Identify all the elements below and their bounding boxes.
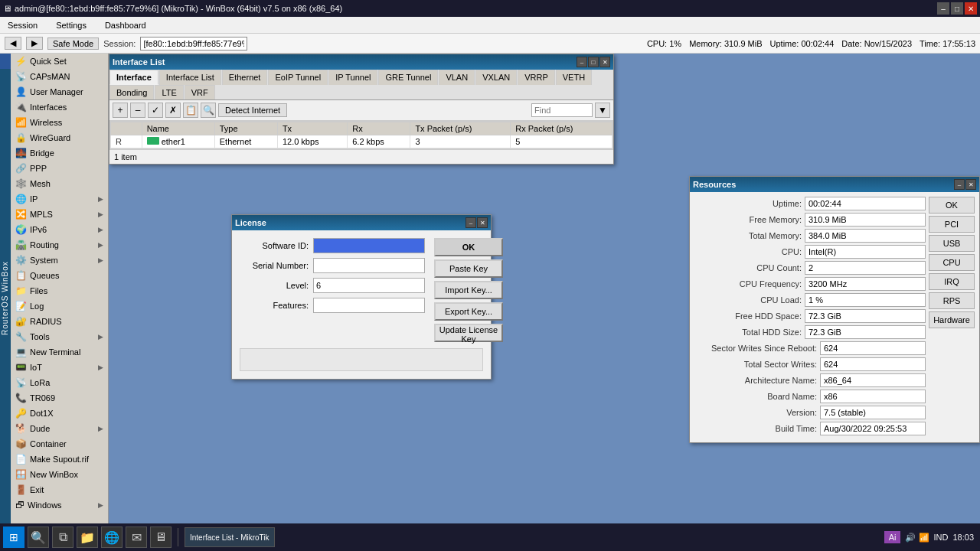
detect-internet-button[interactable]: Detect Internet [218,103,287,117]
sidebar-item-quick-set[interactable]: ⚡ Quick Set [11,54,108,69]
tab-ip-tunnel[interactable]: IP Tunnel [328,70,377,85]
sidebar-item-system[interactable]: ⚙️ System ▶ [11,253,108,268]
copy-button[interactable]: 📋 [183,103,198,118]
close-button[interactable]: ✕ [965,2,977,15]
usb-button[interactable]: USB [929,235,975,252]
license-close[interactable]: ✕ [477,217,488,228]
winbox-taskbar-button[interactable]: 🖥 [150,527,172,548]
sidebar-item-ppp[interactable]: 🔗 PPP [11,161,108,176]
sidebar-item-new-winbox[interactable]: 🪟 New WinBox [11,467,108,482]
cpu-button[interactable]: CPU [929,254,975,271]
sidebar-item-make-supout[interactable]: 📄 Make Supout.rif [11,452,108,467]
sidebar-item-lora[interactable]: 📡 LoRa [11,375,108,390]
tab-vxlan[interactable]: VXLAN [475,70,517,85]
menu-dashboard[interactable]: Dashboard [100,19,151,31]
back-button[interactable]: ◀ [5,37,21,50]
sidebar-item-ip[interactable]: 🌐 IP ▶ [11,191,108,207]
interface-list-minimize[interactable]: – [577,57,587,67]
filter-button[interactable]: 🔍 [201,103,216,118]
sidebar-item-dot1x[interactable]: 🔑 Dot1X [11,406,108,421]
irq-button[interactable]: IRQ [929,273,975,290]
menu-settings[interactable]: Settings [51,19,91,31]
software-id-input[interactable] [313,238,425,253]
sidebar-item-dude[interactable]: 🐕 Dude ▶ [11,421,108,436]
import-key-button[interactable]: Import Key... [434,281,503,299]
edit-button[interactable]: ✓ [148,103,163,118]
search-taskbar-button[interactable]: 🔍 [28,527,49,548]
browser-button[interactable]: 🌐 [101,527,122,548]
update-license-key-button[interactable]: Update License Key [434,324,503,342]
sidebar-item-bridge[interactable]: 🌉 Bridge [11,145,108,161]
level-input[interactable] [313,278,425,293]
mail-button[interactable]: ✉ [126,527,147,548]
search-input[interactable] [531,103,593,117]
file-explorer-button[interactable]: 📁 [77,527,98,548]
sidebar-item-mesh[interactable]: 🕸️ Mesh [11,176,108,191]
sidebar-item-files[interactable]: 📁 Files [11,283,108,298]
rps-button[interactable]: RPS [929,292,975,309]
search-dropdown-button[interactable]: ▼ [595,103,610,118]
tab-vrrp[interactable]: VRRP [518,70,555,85]
sidebar-item-mpls[interactable]: 🔀 MPLS ▶ [11,207,108,222]
sidebar-item-radius[interactable]: 🔐 RADIUS [11,314,108,329]
taskbar-time[interactable]: 18:03 [952,533,974,542]
col-tx[interactable]: Tx [277,122,347,135]
remove-button[interactable]: – [130,103,145,118]
sidebar-item-user-manager[interactable]: 👤 User Manager [11,84,108,99]
sidebar-item-exit[interactable]: 🚪 Exit [11,482,108,497]
license-minimize[interactable]: – [466,217,476,228]
col-tx-pkt[interactable]: Tx Packet (p/s) [410,122,511,135]
ok-button[interactable]: OK [929,197,975,214]
serial-number-input[interactable] [313,258,425,273]
sidebar-item-log[interactable]: 📝 Log [11,298,108,314]
safe-mode-button[interactable]: Safe Mode [47,37,99,50]
tab-interface[interactable]: Interface [109,70,158,85]
interface-list-maximize[interactable]: □ [588,57,599,67]
tab-vlan[interactable]: VLAN [439,70,475,85]
taskbar-task-interface-list[interactable]: Interface List - MikroTik [185,527,275,547]
sidebar-item-tools[interactable]: 🔧 Tools ▶ [11,329,108,344]
col-name[interactable]: Name [142,122,214,135]
resources-minimize[interactable]: – [954,179,965,190]
sidebar-item-tr069[interactable]: 📞 TR069 [11,390,108,406]
col-rx[interactable]: Rx [348,122,410,135]
tab-gre-tunnel[interactable]: GRE Tunnel [378,70,438,85]
table-row[interactable]: R ether1 Ethernet 12.0 kbps 6.2 kbps 3 5 [111,135,612,148]
col-rx-pkt[interactable]: Rx Packet (p/s) [511,122,612,135]
maximize-button[interactable]: □ [951,2,963,15]
sidebar-item-wireless[interactable]: 📶 Wireless [11,115,108,130]
sidebar-item-queues[interactable]: 📋 Queues [11,268,108,283]
tab-veth[interactable]: VETH [556,70,592,85]
hardware-button[interactable]: Hardware [929,311,975,328]
tab-eoip-tunnel[interactable]: EoIP Tunnel [268,70,328,85]
add-button[interactable]: + [113,103,128,118]
license-ok-button[interactable]: OK [434,238,503,256]
sidebar-item-new-terminal[interactable]: 💻 New Terminal [11,344,108,360]
sidebar-item-wireguard[interactable]: 🔒 WireGuard [11,130,108,145]
ai-button[interactable]: Ai [884,531,901,543]
paste-key-button[interactable]: Paste Key [434,259,503,278]
session-input[interactable] [140,37,247,51]
features-input[interactable] [313,298,425,313]
sidebar-item-iot[interactable]: 📟 IoT ▶ [11,360,108,375]
interface-list-close[interactable]: ✕ [599,57,610,67]
tab-vrf[interactable]: VRF [185,85,215,99]
tab-interface-list[interactable]: Interface List [159,70,221,85]
task-view-button[interactable]: ⧉ [52,527,74,548]
disable-button[interactable]: ✗ [165,103,181,118]
tab-bonding[interactable]: Bonding [109,85,154,99]
export-key-button[interactable]: Export Key... [434,302,503,321]
sidebar-item-container[interactable]: 📦 Container [11,436,108,452]
sidebar-item-interfaces[interactable]: 🔌 Interfaces [11,99,108,115]
sidebar-item-capsman[interactable]: 📡 CAPsMAN [11,69,108,84]
forward-button[interactable]: ▶ [26,37,43,50]
col-type[interactable]: Type [214,122,277,135]
sidebar-item-routing[interactable]: 🛣️ Routing ▶ [11,237,108,253]
sidebar-item-ipv6[interactable]: 🌍 IPv6 ▶ [11,222,108,237]
resources-close[interactable]: ✕ [965,179,976,190]
tab-lte[interactable]: LTE [155,85,183,99]
sidebar-item-windows[interactable]: 🗗 Windows ▶ [11,497,108,513]
minimize-button[interactable]: – [937,2,949,15]
tab-ethernet[interactable]: Ethernet [222,70,268,85]
start-button[interactable]: ⊞ [3,527,24,548]
